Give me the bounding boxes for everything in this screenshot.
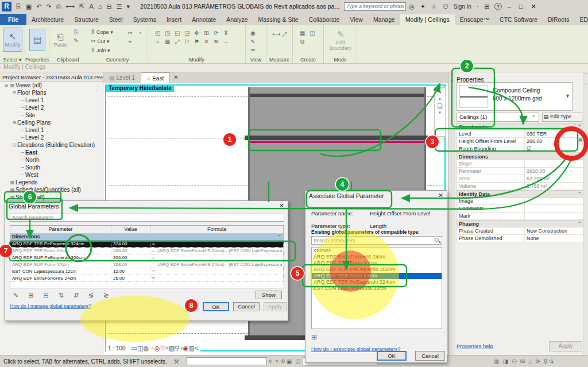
collapse-chevron-icon[interactable]: ⌃	[277, 234, 281, 239]
ribbon-tab-collaborate[interactable]: Collaborate	[304, 14, 345, 25]
associate-dialog-title[interactable]: Associate Global Parameter ✕	[305, 191, 447, 201]
gp-parameter-value[interactable]: 268.00	[111, 261, 150, 268]
project-browser-title[interactable]: Project Browser - 20210503 Aula 013 PAR.…	[0, 72, 103, 82]
join-button[interactable]: ⊻ Join ▾	[91, 47, 110, 53]
gp-parameter-value[interactable]: 26.00	[111, 275, 150, 281]
gp-row-arq-edf-ter-forro-xxcm[interactable]: ARQ EDF TER Forro XXcm286.00= -(ARQ EDF …	[10, 248, 284, 254]
measure-icon[interactable]: ⟷	[63, 3, 77, 10]
chevron-down-icon[interactable]: ▾	[439, 110, 441, 115]
property-value[interactable]: None	[525, 235, 583, 242]
gp-parameter-value[interactable]: 324.00	[111, 241, 150, 247]
element-filter-chevron-icon[interactable]: ˅	[532, 114, 535, 119]
ribbon-tab-ctc-software[interactable]: CTC Software	[494, 14, 543, 25]
measure-along-icon[interactable]: ⤢	[280, 31, 289, 40]
ribbon-tab-edge-gts[interactable]: EDGE-GTS	[574, 14, 588, 25]
copy-icon[interactable]: ⎘	[71, 29, 81, 37]
panel-create-label[interactable]: Create	[293, 57, 323, 63]
gp-parameter-name[interactable]: ARQ EDF EntreForroHIS 24cm	[10, 275, 111, 281]
search-icon[interactable]: ◎	[406, 3, 417, 10]
align-icon[interactable]: ◰	[153, 30, 163, 38]
text-icon[interactable]: A	[87, 3, 95, 10]
sun-path-icon[interactable]: ☼	[149, 345, 154, 351]
cart-icon[interactable]: ⊞	[482, 3, 493, 10]
property-value[interactable]: 030 TER	[525, 130, 583, 137]
save-icon[interactable]: ▣	[24, 3, 34, 10]
cut-geometry-icon[interactable]: ✂	[125, 30, 135, 38]
mirror-icon[interactable]: ◱	[172, 30, 182, 38]
panel-geometry-label[interactable]: Geometry	[87, 57, 148, 63]
modify-button[interactable]: ↖ Modify	[3, 28, 22, 52]
temporary-hide-isolate-label[interactable]: Temporary Hide/Isolate	[106, 84, 174, 92]
requests-icon[interactable]: ✉	[520, 358, 525, 365]
help-search-input[interactable]	[344, 2, 406, 11]
match-type-icon[interactable]: ✎	[71, 37, 81, 46]
panel-mode-label[interactable]: Mode	[324, 57, 357, 63]
cope-button[interactable]: ⊼ Cope ▾	[91, 29, 113, 35]
redo-icon[interactable]: ↷	[44, 3, 53, 10]
override-icon[interactable]: ✎	[248, 38, 258, 47]
show-crop-icon[interactable]: ▧	[169, 345, 175, 351]
tree-item-floor-plans[interactable]: ⊟Floor Plans	[0, 89, 103, 96]
gp-row-est-con-lajeespessura-12cm[interactable]: EST CON LajeEspessura 12cm12.00=	[10, 268, 284, 275]
ribbon-tab-analyze[interactable]: Analyze	[221, 14, 253, 25]
paste-button[interactable]: ⎗ Paste	[52, 28, 69, 52]
revit-logo[interactable]: R	[2, 2, 11, 11]
chevron-down-icon[interactable]: ▾	[439, 97, 441, 102]
ribbon-tab-architecture[interactable]: Architecture	[26, 14, 69, 25]
property-value[interactable]: ☑	[525, 145, 583, 152]
favorites-icon[interactable]: ☆	[428, 3, 440, 10]
dropdown-dot-icon[interactable]: ·	[474, 3, 482, 10]
tree-item-schedules-quantities-all-[interactable]: ▦Schedules/Quantities (all)	[0, 186, 103, 194]
tree-item-level-1[interactable]: ─Level 1	[0, 126, 103, 134]
gp-parameter-formula[interactable]: = -(ARQ EDF EntreForroHIS 24cm) - (EST C…	[150, 248, 284, 254]
ribbon-tab-file[interactable]: File	[0, 14, 26, 25]
default-3d-view-icon[interactable]: ⌂	[96, 3, 105, 10]
communication-center-icon[interactable]: ✦	[417, 3, 428, 10]
tree-item-level-2[interactable]: ─Level 2	[0, 134, 103, 141]
tree-item-site[interactable]: ─Site	[0, 111, 103, 119]
ribbon-tab-systems[interactable]: Systems	[128, 14, 161, 25]
gp-search-input[interactable]	[10, 214, 284, 222]
new-parameter-icon[interactable]: ⊞	[26, 292, 36, 299]
gp-parameter-name[interactable]: ARQ EDF TER Forro XXcm	[10, 248, 111, 254]
paint-icon[interactable]: ◔	[135, 30, 145, 38]
view-tab-east[interactable]: ⌂ East	[141, 72, 170, 83]
panel-modify-label[interactable]: Modify	[148, 57, 245, 63]
tree-item-elevations-building-elevation-[interactable]: ⊟Elevations (Building Elevation)	[0, 141, 103, 149]
design-option-icon2[interactable]: ◫	[295, 358, 300, 365]
tree-expander-icon[interactable]: ⊟	[3, 83, 9, 88]
section-collapse-icon[interactable]: ⌃	[577, 124, 582, 130]
gp-col-value[interactable]: Value	[111, 226, 150, 233]
cut-button[interactable]: ✂ Cut ▾	[91, 38, 109, 44]
gp-parameter-name[interactable]: EST CON LajeEspessura 12cm	[10, 268, 111, 275]
type-selector-dropdown-icon[interactable]: ▼	[565, 93, 570, 99]
gp-row-arq-edf-entreforrohis-24cm[interactable]: ARQ EDF EntreForroHIS 24cm26.00=	[10, 275, 284, 282]
gp-help-link[interactable]: How do I manage global parameters?	[10, 303, 91, 309]
tree-item-west[interactable]: ─West	[0, 171, 103, 179]
gp-apply-button[interactable]: Apply	[264, 302, 287, 311]
panel-view-label[interactable]: View	[246, 57, 266, 63]
panel-measure-label[interactable]: Measure	[266, 57, 292, 63]
gp-parameter-value[interactable]: 12.00	[111, 268, 150, 275]
gp-parameter-formula[interactable]: = -(ARQ EDF EntreForroHIS 24cm) - (EST C…	[150, 261, 284, 268]
central-model-icon[interactable]: ⌂	[528, 358, 532, 365]
worksets-icon[interactable]: ▥	[494, 358, 499, 365]
type-selector[interactable]: Compound Ceiling 600 x 1200mm grid ▼	[457, 82, 572, 111]
properties-scrollbar[interactable]: ⌃⌄	[583, 72, 588, 355]
tree-item-legends[interactable]: ▦Legends	[0, 179, 103, 186]
pin-icon[interactable]: ⚐	[182, 38, 192, 47]
gp-show-button[interactable]: Show	[256, 291, 282, 299]
edit-parameter-icon[interactable]: ✎	[11, 292, 21, 299]
filter-icon[interactable]: ∇	[544, 358, 548, 365]
sort-ascending-icon[interactable]: ≶	[86, 292, 96, 299]
move-icon[interactable]: ✥	[192, 30, 202, 38]
tree-expander-icon[interactable]: ⊟	[11, 120, 17, 125]
ribbon-tab-manage[interactable]: Manage	[368, 14, 400, 25]
properties-button[interactable]: ▤	[29, 29, 45, 51]
tree-expander-icon[interactable]: ⊟	[11, 142, 17, 148]
move-up-icon[interactable]: ⇅	[56, 292, 66, 299]
visibility-icon[interactable]: ◉	[248, 30, 258, 38]
user-icon[interactable]: ⚇	[440, 3, 451, 10]
gp-col-parameter[interactable]: Parameter	[10, 226, 111, 233]
property-value[interactable]: New Construction	[525, 227, 583, 234]
